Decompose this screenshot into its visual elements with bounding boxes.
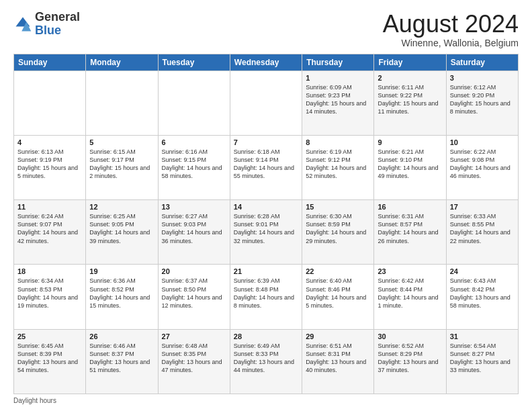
calendar-cell: 12Sunrise: 6:25 AM Sunset: 9:05 PM Dayli… xyxy=(86,200,158,265)
calendar-cell xyxy=(14,71,86,135)
day-number: 29 xyxy=(306,332,370,340)
calendar-cell: 20Sunrise: 6:37 AM Sunset: 8:50 PM Dayli… xyxy=(158,265,230,329)
logo-general-text: General xyxy=(35,10,80,24)
day-info: Sunrise: 6:09 AM Sunset: 9:23 PM Dayligh… xyxy=(306,83,370,116)
day-number: 27 xyxy=(162,332,226,340)
day-info: Sunrise: 6:54 AM Sunset: 8:27 PM Dayligh… xyxy=(450,342,515,375)
calendar-cell: 19Sunrise: 6:36 AM Sunset: 8:52 PM Dayli… xyxy=(86,265,158,329)
month-title: August 2024 xyxy=(383,11,519,38)
calendar-week-row: 25Sunrise: 6:45 AM Sunset: 8:39 PM Dayli… xyxy=(14,329,519,394)
calendar-cell: 4Sunrise: 6:13 AM Sunset: 9:19 PM Daylig… xyxy=(14,135,86,199)
day-info: Sunrise: 6:18 AM Sunset: 9:14 PM Dayligh… xyxy=(234,148,298,181)
calendar-cell: 5Sunrise: 6:15 AM Sunset: 9:17 PM Daylig… xyxy=(86,135,158,199)
calendar-cell: 7Sunrise: 6:18 AM Sunset: 9:14 PM Daylig… xyxy=(230,135,302,199)
calendar-cell xyxy=(86,71,158,135)
day-info: Sunrise: 6:52 AM Sunset: 8:29 PM Dayligh… xyxy=(378,342,442,375)
calendar-cell: 22Sunrise: 6:40 AM Sunset: 8:46 PM Dayli… xyxy=(302,265,374,329)
day-number: 23 xyxy=(378,267,442,275)
day-number: 20 xyxy=(162,267,226,275)
calendar-cell: 28Sunrise: 6:49 AM Sunset: 8:33 PM Dayli… xyxy=(230,329,302,394)
title-block: August 2024 Winenne, Wallonia, Belgium xyxy=(383,11,519,48)
calendar-cell: 25Sunrise: 6:45 AM Sunset: 8:39 PM Dayli… xyxy=(14,329,86,394)
calendar-cell: 1Sunrise: 6:09 AM Sunset: 9:23 PM Daylig… xyxy=(302,71,374,135)
day-number: 13 xyxy=(162,203,226,211)
day-info: Sunrise: 6:34 AM Sunset: 8:53 PM Dayligh… xyxy=(17,277,82,310)
calendar-cell: 9Sunrise: 6:21 AM Sunset: 9:10 PM Daylig… xyxy=(374,135,446,199)
day-info: Sunrise: 6:42 AM Sunset: 8:44 PM Dayligh… xyxy=(378,277,442,310)
calendar-cell: 3Sunrise: 6:12 AM Sunset: 9:20 PM Daylig… xyxy=(446,71,518,135)
day-info: Sunrise: 6:51 AM Sunset: 8:31 PM Dayligh… xyxy=(306,342,370,375)
day-info: Sunrise: 6:28 AM Sunset: 9:01 PM Dayligh… xyxy=(234,212,298,245)
day-info: Sunrise: 6:40 AM Sunset: 8:46 PM Dayligh… xyxy=(306,277,370,310)
calendar-cell: 31Sunrise: 6:54 AM Sunset: 8:27 PM Dayli… xyxy=(446,329,518,394)
footer-note: Daylight hours xyxy=(13,397,519,404)
calendar-cell: 13Sunrise: 6:27 AM Sunset: 9:03 PM Dayli… xyxy=(158,200,230,265)
calendar-cell: 18Sunrise: 6:34 AM Sunset: 8:53 PM Dayli… xyxy=(14,265,86,329)
calendar-cell xyxy=(230,71,302,135)
day-info: Sunrise: 6:45 AM Sunset: 8:39 PM Dayligh… xyxy=(17,342,82,375)
day-number: 9 xyxy=(378,138,442,146)
day-info: Sunrise: 6:15 AM Sunset: 9:17 PM Dayligh… xyxy=(89,148,154,181)
calendar-cell xyxy=(158,71,230,135)
calendar-cell: 17Sunrise: 6:33 AM Sunset: 8:55 PM Dayli… xyxy=(446,200,518,265)
day-info: Sunrise: 6:36 AM Sunset: 8:52 PM Dayligh… xyxy=(89,277,154,310)
calendar-cell: 24Sunrise: 6:43 AM Sunset: 8:42 PM Dayli… xyxy=(446,265,518,329)
day-number: 6 xyxy=(162,138,226,146)
day-number: 2 xyxy=(378,74,442,82)
day-number: 12 xyxy=(89,203,154,211)
calendar-week-row: 11Sunrise: 6:24 AM Sunset: 9:07 PM Dayli… xyxy=(14,200,519,265)
calendar-cell: 14Sunrise: 6:28 AM Sunset: 9:01 PM Dayli… xyxy=(230,200,302,265)
logo-blue-text: Blue xyxy=(35,24,61,37)
page: General Blue August 2024 Winenne, Wallon… xyxy=(0,0,532,411)
day-number: 11 xyxy=(17,203,82,211)
calendar-week-row: 4Sunrise: 6:13 AM Sunset: 9:19 PM Daylig… xyxy=(14,135,519,199)
weekday-header: Tuesday xyxy=(158,54,230,71)
day-number: 30 xyxy=(378,332,442,340)
day-number: 21 xyxy=(234,267,298,275)
day-info: Sunrise: 6:46 AM Sunset: 8:37 PM Dayligh… xyxy=(89,342,154,375)
calendar-week-row: 1Sunrise: 6:09 AM Sunset: 9:23 PM Daylig… xyxy=(14,71,519,135)
day-info: Sunrise: 6:27 AM Sunset: 9:03 PM Dayligh… xyxy=(162,212,226,245)
day-info: Sunrise: 6:22 AM Sunset: 9:08 PM Dayligh… xyxy=(450,148,515,181)
day-info: Sunrise: 6:24 AM Sunset: 9:07 PM Dayligh… xyxy=(17,212,82,245)
weekday-header: Sunday xyxy=(14,54,86,71)
calendar-week-row: 18Sunrise: 6:34 AM Sunset: 8:53 PM Dayli… xyxy=(14,265,519,329)
day-info: Sunrise: 6:37 AM Sunset: 8:50 PM Dayligh… xyxy=(162,277,226,310)
day-number: 16 xyxy=(378,203,442,211)
logo-icon xyxy=(13,15,32,34)
day-number: 28 xyxy=(234,332,298,340)
day-number: 26 xyxy=(89,332,154,340)
day-number: 3 xyxy=(450,74,515,82)
weekday-header: Thursday xyxy=(302,54,374,71)
day-info: Sunrise: 6:16 AM Sunset: 9:15 PM Dayligh… xyxy=(162,148,226,181)
day-info: Sunrise: 6:43 AM Sunset: 8:42 PM Dayligh… xyxy=(450,277,515,310)
day-number: 24 xyxy=(450,267,515,275)
logo-text: General Blue xyxy=(35,11,80,38)
day-info: Sunrise: 6:21 AM Sunset: 9:10 PM Dayligh… xyxy=(378,148,442,181)
day-number: 14 xyxy=(234,203,298,211)
day-number: 5 xyxy=(89,138,154,146)
day-number: 31 xyxy=(450,332,515,340)
calendar-cell: 10Sunrise: 6:22 AM Sunset: 9:08 PM Dayli… xyxy=(446,135,518,199)
day-info: Sunrise: 6:30 AM Sunset: 8:59 PM Dayligh… xyxy=(306,212,370,245)
day-number: 4 xyxy=(17,138,82,146)
weekday-header: Monday xyxy=(86,54,158,71)
day-number: 17 xyxy=(450,203,515,211)
logo: General Blue xyxy=(13,11,80,38)
day-number: 10 xyxy=(450,138,515,146)
day-number: 1 xyxy=(306,74,370,82)
day-number: 19 xyxy=(89,267,154,275)
day-info: Sunrise: 6:25 AM Sunset: 9:05 PM Dayligh… xyxy=(89,212,154,245)
calendar-cell: 23Sunrise: 6:42 AM Sunset: 8:44 PM Dayli… xyxy=(374,265,446,329)
day-number: 25 xyxy=(17,332,82,340)
day-number: 8 xyxy=(306,138,370,146)
day-info: Sunrise: 6:31 AM Sunset: 8:57 PM Dayligh… xyxy=(378,212,442,245)
location-subtitle: Winenne, Wallonia, Belgium xyxy=(383,38,519,48)
calendar-cell: 27Sunrise: 6:48 AM Sunset: 8:35 PM Dayli… xyxy=(158,329,230,394)
calendar-cell: 2Sunrise: 6:11 AM Sunset: 9:22 PM Daylig… xyxy=(374,71,446,135)
day-number: 7 xyxy=(234,138,298,146)
day-info: Sunrise: 6:19 AM Sunset: 9:12 PM Dayligh… xyxy=(306,148,370,181)
weekday-header-row: SundayMondayTuesdayWednesdayThursdayFrid… xyxy=(14,54,519,71)
calendar-cell: 29Sunrise: 6:51 AM Sunset: 8:31 PM Dayli… xyxy=(302,329,374,394)
day-info: Sunrise: 6:11 AM Sunset: 9:22 PM Dayligh… xyxy=(378,83,442,116)
